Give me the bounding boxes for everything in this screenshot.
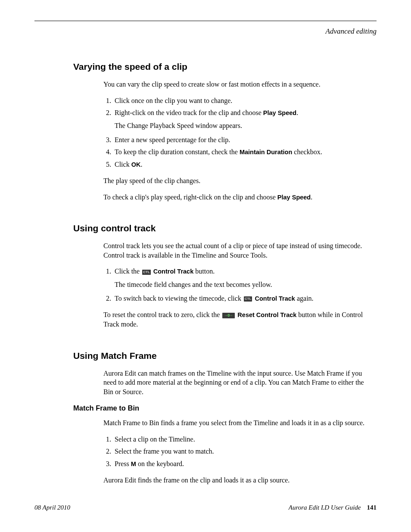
page-footer: 08 April 2010 Aurora Edit LD User Guide1…	[34, 504, 377, 511]
step-item: Press M on the keyboard.	[113, 459, 372, 469]
steps-list-match: Select a clip on the Timeline. Select th…	[103, 435, 372, 469]
ui-label: Play Speed	[277, 194, 311, 201]
ctl-icon: CTL	[244, 296, 252, 302]
ui-label: Play Speed	[263, 109, 296, 116]
intro-text: Control track lets you see the actual co…	[103, 241, 372, 260]
intro-text: Aurora Edit can match frames on the Time…	[103, 369, 372, 397]
step-item: To keep the clip duration constant, chec…	[113, 147, 372, 157]
step-text: button.	[193, 268, 215, 275]
section-body-control: Control track lets you see the actual co…	[103, 241, 372, 329]
top-rule	[34, 21, 377, 21]
body-span: To check a clip's play speed, right-clic…	[103, 193, 277, 201]
step-text: on the keyboard.	[136, 460, 184, 467]
section-title-match: Using Match Frame	[73, 351, 377, 361]
subsection-body-match-bin: Match Frame to Bin finds a frame you sel…	[103, 418, 372, 485]
reset-icon: →0←	[222, 313, 235, 318]
step-text: Select a clip on the Timeline.	[115, 436, 195, 443]
step-item: Click once on the clip you want to chang…	[113, 96, 372, 106]
step-subtext: The timecode field changes and the text …	[115, 280, 372, 289]
footer-guide: Aurora Edit LD User Guide	[289, 504, 361, 511]
intro-text: Match Frame to Bin finds a frame you sel…	[103, 418, 372, 428]
step-text: To keep the clip duration constant, chec…	[115, 148, 240, 156]
body-text: Aurora Edit finds the frame on the clip …	[103, 476, 372, 485]
ui-label: Control Track	[255, 295, 295, 302]
step-item: Enter a new speed percentage for the cli…	[113, 135, 372, 145]
step-text: Click	[115, 161, 131, 168]
step-text: Press	[115, 460, 131, 467]
section-title-control: Using control track	[73, 223, 377, 233]
step-text: Enter a new speed percentage for the cli…	[115, 136, 230, 143]
step-item: Click OK.	[113, 160, 372, 169]
steps-list-varying: Click once on the clip you want to chang…	[103, 96, 372, 169]
step-text: To switch back to viewing the timecode, …	[115, 295, 243, 302]
section-body-varying: You can vary the clip speed to create sl…	[103, 80, 372, 202]
steps-list-control: Click the CTL Control Track button. The …	[103, 267, 372, 303]
step-text: .	[140, 161, 142, 168]
intro-text: You can vary the clip speed to create sl…	[103, 80, 372, 89]
step-subtext: The Change Playback Speed window appears…	[115, 121, 372, 131]
step-text: Click once on the clip you want to chang…	[115, 97, 232, 104]
step-item: To switch back to viewing the timecode, …	[113, 294, 372, 303]
step-item: Select a clip on the Timeline.	[113, 435, 372, 444]
subsection-title-match-bin: Match Frame to Bin	[73, 404, 377, 412]
footer-page-number: 141	[367, 504, 377, 511]
body-text: The play speed of the clip changes.	[103, 176, 372, 186]
step-text: Select the frame you want to match.	[115, 448, 214, 455]
ctl-icon: CTL	[142, 270, 151, 275]
body-span: To reset the control track to zero, clic…	[103, 311, 221, 318]
keyboard-key: M	[131, 460, 136, 467]
step-text: checkbox.	[292, 148, 322, 156]
ui-label: Control Track	[153, 268, 193, 275]
body-span: .	[311, 193, 312, 201]
body-text: To check a clip's play speed, right-clic…	[103, 193, 372, 202]
step-text: again.	[295, 295, 314, 302]
section-body-match: Aurora Edit can match frames on the Time…	[103, 369, 372, 397]
ui-label: Maintain Duration	[240, 149, 292, 156]
section-title-varying: Varying the speed of a clip	[73, 62, 377, 72]
body-text: To reset the control track to zero, clic…	[103, 310, 372, 329]
footer-date: 08 April 2010	[34, 504, 70, 511]
step-item: Click the CTL Control Track button. The …	[113, 267, 372, 289]
step-text: .	[296, 109, 298, 116]
step-text: Right-click on the video track for the c…	[115, 109, 263, 116]
step-text: Click the	[115, 268, 141, 275]
step-item: Select the frame you want to match.	[113, 447, 372, 456]
ui-label: Reset Control Track	[237, 311, 296, 318]
ui-label: OK	[131, 161, 141, 168]
header-chapter: Advanced editing	[34, 27, 377, 36]
footer-right: Aurora Edit LD User Guide141	[289, 504, 377, 511]
step-item: Right-click on the video track for the c…	[113, 108, 372, 131]
page: Advanced editing Varying the speed of a …	[0, 0, 411, 532]
